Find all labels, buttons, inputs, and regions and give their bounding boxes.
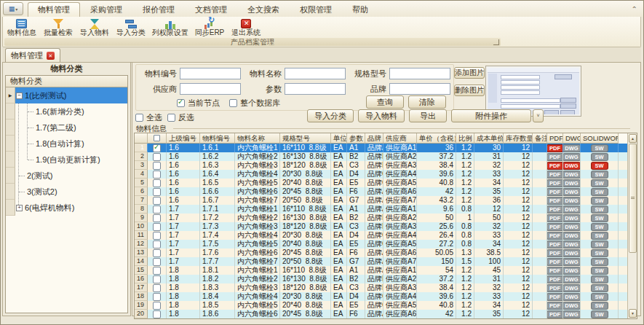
- table-row[interactable]: 71.61.6.7内六角螺栓720*50 8.8级EAG7品牌A供应商A743.…: [135, 196, 637, 205]
- tree-node-6[interactable]: 2(测试): [6, 168, 127, 184]
- dwg-badge[interactable]: DWG: [563, 267, 579, 274]
- pdf-badge[interactable]: PDF: [547, 180, 563, 187]
- solidworks-badge[interactable]: SW: [592, 206, 608, 213]
- table-row[interactable]: 141.71.7.7内六角螺栓720*50 8.8级EAG7品牌A供应商A715…: [135, 257, 637, 266]
- row-checkbox[interactable]: [148, 205, 167, 214]
- solidworks-badge[interactable]: SW: [592, 276, 608, 283]
- row-checkbox[interactable]: [148, 187, 167, 196]
- pdf-badge[interactable]: PDF: [547, 285, 563, 291]
- row-checkbox[interactable]: [148, 231, 167, 240]
- whole-database-checkbox[interactable]: 整个数据库: [229, 98, 280, 109]
- dwg-badge[interactable]: DWG: [563, 180, 579, 187]
- row-checkbox[interactable]: [148, 152, 167, 161]
- select-all-column-header[interactable]: [148, 133, 167, 144]
- table-row[interactable]: 121.71.7.5内六角螺栓520*40 8.8级EAE5品牌C供应商A527…: [135, 240, 637, 248]
- collapse-node-icon[interactable]: −: [16, 93, 23, 99]
- scroll-up-icon[interactable]: ▲: [629, 134, 637, 143]
- tree-node-3[interactable]: 1.7(第二级): [6, 120, 127, 136]
- dwg-badge[interactable]: DWG: [563, 241, 579, 248]
- attachment-operations-button[interactable]: 附件操作: [451, 109, 531, 122]
- table-row[interactable]: 191.81.8.5内六角螺栓520*40 8.8级EAE5品牌C供应商A540…: [135, 301, 637, 310]
- row-checkbox[interactable]: [148, 283, 167, 292]
- row-checkbox[interactable]: [148, 257, 167, 266]
- pdf-badge[interactable]: PDF: [547, 215, 563, 222]
- table-row[interactable]: 41.61.6.4内六角螺栓420*30 8.8级EAD4品牌C供应商A439.…: [135, 170, 637, 179]
- solidworks-badge[interactable]: SW: [592, 241, 608, 248]
- row-checkbox[interactable]: [148, 266, 167, 275]
- pdf-badge[interactable]: PDF: [547, 206, 563, 213]
- solidworks-badge[interactable]: SW: [592, 232, 608, 239]
- table-row[interactable]: 161.81.8.2内六角螺栓216*130 8.8级EAB2品牌B供应商A23…: [135, 275, 637, 283]
- menu-tab-6[interactable]: 权限管理: [290, 2, 342, 17]
- group-dialog-launcher-icon[interactable]: [493, 39, 499, 45]
- solidworks-badge[interactable]: SW: [592, 215, 608, 222]
- tab-material-management[interactable]: 物料管理 ✕: [5, 48, 60, 62]
- export-button[interactable]: 导出: [409, 109, 447, 122]
- dwg-badge[interactable]: DWG: [563, 250, 579, 257]
- solidworks-badge[interactable]: SW: [592, 180, 608, 187]
- pdf-badge[interactable]: PDF: [547, 224, 563, 230]
- table-row[interactable]: 51.61.6.5内六角螺栓520*40 8.8级EAE5品牌C供应商A540.…: [135, 179, 637, 187]
- dwg-badge[interactable]: DWG: [563, 215, 579, 222]
- menu-tab-7[interactable]: 帮助: [342, 2, 378, 17]
- pdf-badge[interactable]: PDF: [547, 197, 563, 204]
- row-checkbox[interactable]: [148, 144, 167, 152]
- material-code-input[interactable]: [180, 68, 241, 79]
- solidworks-badge[interactable]: SW: [592, 267, 608, 274]
- collapse-ribbon-icon[interactable]: ⌃: [632, 7, 637, 12]
- table-row[interactable]: 151.81.8.1内六角螺栓116*110 8.8级EAA1品牌A供应商A15…: [135, 266, 637, 275]
- menu-tab-4[interactable]: 文档管理: [185, 2, 237, 17]
- row-checkbox[interactable]: [148, 292, 167, 301]
- dwg-badge[interactable]: DWG: [563, 294, 579, 300]
- brand-input[interactable]: [389, 83, 450, 95]
- pdf-badge[interactable]: PDF: [547, 171, 563, 178]
- query-button[interactable]: 查询: [366, 95, 404, 109]
- solidworks-badge[interactable]: SW: [592, 189, 608, 195]
- dwg-badge[interactable]: DWG: [563, 171, 579, 178]
- pdf-badge[interactable]: PDF: [547, 189, 563, 195]
- solidworks-badge[interactable]: SW: [592, 197, 608, 204]
- solidworks-badge[interactable]: SW: [592, 311, 608, 318]
- row-checkbox[interactable]: [148, 170, 167, 179]
- dwg-badge[interactable]: DWG: [563, 311, 579, 318]
- scroll-down-icon[interactable]: ▼: [629, 309, 637, 318]
- row-checkbox[interactable]: [148, 222, 167, 231]
- material-info-button[interactable]: 物料信息: [4, 17, 40, 38]
- table-row[interactable]: 91.71.7.2内六角螺栓216*130 8.8级EAB2品牌B供应商A250…: [135, 214, 637, 222]
- add-image-button[interactable]: 添加图片: [454, 67, 485, 79]
- menu-tab-1[interactable]: 物料管理: [28, 2, 80, 17]
- table-row[interactable]: 111.71.7.4内六角螺栓420*30 8.8级EAD4品牌C供应商A426…: [135, 231, 637, 240]
- menu-tab-5[interactable]: 全文搜索: [237, 2, 290, 17]
- table-row[interactable]: 171.81.8.3内六角螺栓318*120 8.8级EAC3品牌B供应商A33…: [135, 283, 637, 292]
- table-row[interactable]: 21.61.6.2内六角螺栓216*130 8.8级EAB2品牌B供应商A237…: [135, 152, 637, 161]
- menu-tab-2[interactable]: 采购管理: [80, 2, 132, 17]
- supplier-input[interactable]: [180, 83, 241, 95]
- select-all-checkbox[interactable]: 全选: [135, 112, 162, 123]
- table-row[interactable]: 131.71.7.6内六角螺栓620*45 8.8级EAF6品牌A供应商A650…: [135, 248, 637, 257]
- solidworks-badge[interactable]: SW: [592, 154, 608, 160]
- dwg-badge[interactable]: DWG: [563, 302, 579, 309]
- app-menu-button[interactable]: ▦ ▾: [3, 2, 23, 15]
- pdf-badge[interactable]: PDF: [547, 241, 563, 248]
- clear-button[interactable]: 清除: [408, 95, 446, 109]
- solidworks-badge[interactable]: SW: [592, 224, 608, 230]
- solidworks-badge[interactable]: SW: [592, 162, 608, 169]
- import-material-button[interactable]: 导入物料: [358, 109, 405, 122]
- scroll-thumb[interactable]: [629, 144, 637, 253]
- solidworks-badge[interactable]: SW: [592, 250, 608, 257]
- column-permission-button[interactable]: 列权限设置: [149, 17, 191, 38]
- solidworks-badge[interactable]: SW: [592, 259, 608, 265]
- row-checkbox[interactable]: [148, 275, 167, 283]
- dwg-badge[interactable]: DWG: [563, 259, 579, 265]
- dwg-badge[interactable]: DWG: [563, 162, 579, 169]
- menu-tab-3[interactable]: 报价管理: [132, 2, 185, 17]
- row-checkbox[interactable]: [148, 301, 167, 310]
- tree-node-7[interactable]: 3(测试2): [6, 184, 127, 200]
- batch-search-button[interactable]: 批量检索: [40, 17, 76, 38]
- pdf-badge[interactable]: PDF: [547, 311, 563, 318]
- table-row[interactable]: 11.61.6.1内六角螺栓116*110 8.8级EAA1品牌A供应商A136…: [135, 144, 637, 152]
- pdf-badge[interactable]: PDF: [547, 162, 563, 169]
- solidworks-badge[interactable]: SW: [592, 294, 608, 300]
- tree-node-4[interactable]: 1.8(自动计算): [6, 136, 127, 152]
- table-row[interactable]: 61.61.6.6内六角螺栓620*45 8.8级EAF6品牌A供应商A6421…: [135, 187, 637, 196]
